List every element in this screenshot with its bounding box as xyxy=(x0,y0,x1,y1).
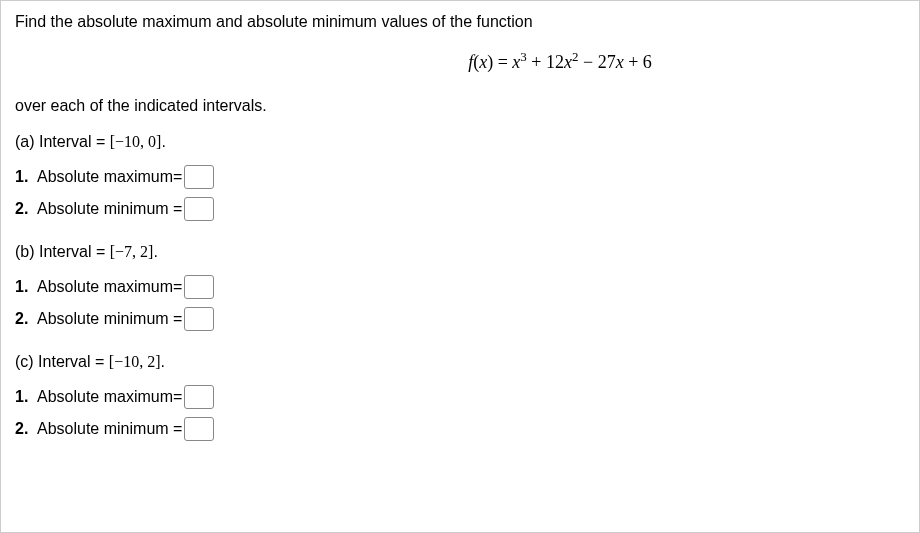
function-formula: f(x) = x3 + 12x2 − 27x + 6 xyxy=(15,49,905,73)
part-b-max-input[interactable] xyxy=(184,275,214,299)
part-b-prefix: (b) Interval = xyxy=(15,243,110,260)
part-c-dot: . xyxy=(161,353,165,370)
problem-subprompt: over each of the indicated intervals. xyxy=(15,97,905,115)
formula-plus2: + 6 xyxy=(624,52,652,72)
problem-prompt: Find the absolute maximum and absolute m… xyxy=(15,13,905,31)
part-a-q1: 1. Absolute maximum= xyxy=(15,165,905,189)
part-a-dot: . xyxy=(161,133,165,150)
part-c-q1-num: 1. xyxy=(15,388,31,406)
formula-t2-var: x xyxy=(564,52,572,72)
part-a-prefix: (a) Interval = xyxy=(15,133,110,150)
part-c-q2-num: 2. xyxy=(15,420,31,438)
part-a-max-input[interactable] xyxy=(184,165,214,189)
part-a-q2-num: 2. xyxy=(15,200,31,218)
part-c-max-input[interactable] xyxy=(184,385,214,409)
part-c-interval: [−10, 2] xyxy=(109,353,161,370)
part-b-q2-label: Absolute minimum = xyxy=(37,310,182,328)
part-a-interval: [−10, 0] xyxy=(110,133,162,150)
part-b-q2: 2. Absolute minimum = xyxy=(15,307,905,331)
part-a-label: (a) Interval = [−10, 0]. xyxy=(15,133,905,151)
formula-xvar: x xyxy=(479,52,487,72)
formula-minus: − 27 xyxy=(578,52,615,72)
part-c-q1-label: Absolute maximum= xyxy=(37,388,182,406)
part-b-interval: [−7, 2] xyxy=(110,243,154,260)
part-c-q2-label: Absolute minimum = xyxy=(37,420,182,438)
part-a-q2-label: Absolute minimum = xyxy=(37,200,182,218)
formula-eq: = xyxy=(493,52,512,72)
part-c-q2: 2. Absolute minimum = xyxy=(15,417,905,441)
part-a-q1-num: 1. xyxy=(15,168,31,186)
part-c-min-input[interactable] xyxy=(184,417,214,441)
formula-t3-var: x xyxy=(616,52,624,72)
part-a-q2: 2. Absolute minimum = xyxy=(15,197,905,221)
part-b-q1: 1. Absolute maximum= xyxy=(15,275,905,299)
part-b-q1-label: Absolute maximum= xyxy=(37,278,182,296)
part-b-dot: . xyxy=(153,243,157,260)
part-a-min-input[interactable] xyxy=(184,197,214,221)
part-b-q2-num: 2. xyxy=(15,310,31,328)
part-c-label: (c) Interval = [−10, 2]. xyxy=(15,353,905,371)
part-b-label: (b) Interval = [−7, 2]. xyxy=(15,243,905,261)
part-a-q1-label: Absolute maximum= xyxy=(37,168,182,186)
part-c-prefix: (c) Interval = xyxy=(15,353,109,370)
formula-plus1: + 12 xyxy=(527,52,564,72)
part-b-min-input[interactable] xyxy=(184,307,214,331)
part-b-q1-num: 1. xyxy=(15,278,31,296)
part-c-q1: 1. Absolute maximum= xyxy=(15,385,905,409)
